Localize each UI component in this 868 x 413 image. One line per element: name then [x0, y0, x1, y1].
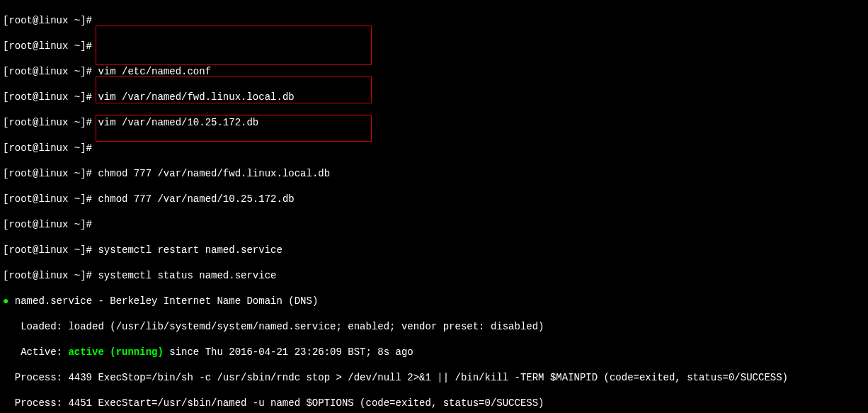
- command: chmod 777 /var/named/10.25.172.db: [98, 193, 294, 205]
- command: vim /var/named/fwd.linux.local.db: [98, 91, 294, 103]
- active-running: active (running): [68, 346, 163, 358]
- prompt-line: [root@linux ~]#: [3, 142, 865, 154]
- cmd-line: [root@linux ~]# systemctl status named.s…: [3, 269, 865, 282]
- status-process: Process: 4439 ExecStop=/bin/sh -c /usr/s…: [3, 371, 865, 384]
- status-dot-icon: ●: [3, 295, 8, 307]
- command: systemctl restart named.service: [98, 244, 282, 256]
- command: systemctl status named.service: [98, 270, 276, 281]
- cmd-line: [root@linux ~]# systemctl restart named.…: [3, 244, 865, 256]
- command: vim /etc/named.conf: [98, 66, 211, 77]
- cmd-line: [root@linux ~]# vim /var/named/10.25.172…: [3, 116, 865, 129]
- cmd-line: [root@linux ~]# chmod 777 /var/named/10.…: [3, 193, 865, 205]
- status-process: Process: 4451 ExecStart=/usr/sbin/named …: [3, 397, 865, 409]
- command: chmod 777 /var/named/fwd.linux.local.db: [98, 168, 330, 179]
- command: vim /var/named/10.25.172.db: [98, 117, 258, 128]
- status-header: ● named.service - Berkeley Internet Name…: [3, 295, 865, 307]
- cmd-line: [root@linux ~]# vim /var/named/fwd.linux…: [3, 91, 865, 103]
- status-active: Active: active (running) since Thu 2016-…: [3, 346, 865, 358]
- cmd-line: [root@linux ~]# chmod 777 /var/named/fwd…: [3, 167, 865, 180]
- cmd-line: [root@linux ~]# vim /etc/named.conf: [3, 65, 865, 78]
- terminal-window[interactable]: [root@linux ~]# [root@linux ~]# [root@li…: [0, 0, 868, 413]
- status-loaded: Loaded: loaded (/usr/lib/systemd/system/…: [3, 320, 865, 333]
- prompt-line: [root@linux ~]#: [3, 218, 865, 231]
- prompt-line: [root@linux ~]#: [3, 40, 865, 52]
- prompt-line: [root@linux ~]#: [3, 14, 865, 27]
